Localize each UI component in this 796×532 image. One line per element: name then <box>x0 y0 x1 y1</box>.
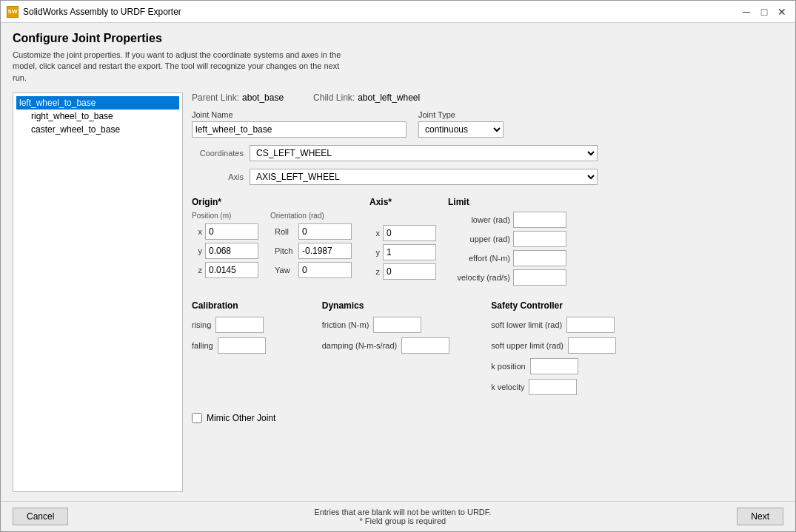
next-button[interactable]: Next <box>737 508 783 525</box>
safety-soft-upper-input[interactable] <box>568 337 616 354</box>
title-bar: SW SolidWorks Assembly to URDF Exporter … <box>1 1 795 23</box>
origin-section: Origin* Position (m) x y <box>192 197 352 287</box>
calib-falling-input[interactable] <box>218 337 266 354</box>
position-subheader: Position (m) <box>192 212 258 220</box>
safety-kposition-input[interactable] <box>530 358 578 374</box>
child-link-item: Child Link: abot_left_wheel <box>313 92 420 103</box>
position-z-label: z <box>192 266 202 275</box>
axis-values-header: Axis* <box>369 197 436 207</box>
orientation-yaw-row: Yaw <box>270 262 352 278</box>
position-group: Position (m) x y z <box>192 212 258 280</box>
parent-link-item: Parent Link: abot_base <box>192 92 284 103</box>
tree-item-label: left_wheel_to_base <box>19 98 96 108</box>
axis-z-row: z <box>369 263 436 280</box>
footer-right: Next <box>737 508 783 525</box>
right-panel: Parent Link: abot_base Child Link: abot_… <box>192 92 783 492</box>
child-link-value: abot_left_wheel <box>358 92 420 103</box>
axis-row: Axis AXIS_LEFT_WHEEL <box>192 169 783 185</box>
footer: Cancel Entries that are blank will not b… <box>1 501 795 531</box>
pitch-input[interactable] <box>298 243 352 259</box>
footer-center: Entries that are blank will not be writt… <box>314 508 491 525</box>
origin-cols: Position (m) x y z <box>192 212 352 280</box>
safety-soft-upper-label: soft upper limit (rad) <box>491 341 563 350</box>
orientation-subheader: Orientation (rad) <box>270 212 352 220</box>
dynamics-damping-row: damping (N-m-s/rad) <box>322 337 449 354</box>
axis-x-input[interactable] <box>383 225 436 241</box>
joint-name-type-row: Joint Name Joint Type continuous revolut… <box>192 110 783 138</box>
limit-lower-input[interactable] <box>513 212 566 228</box>
dynamics-section: Dynamics friction (N-m) damping (N-m-s/r… <box>322 300 449 397</box>
roll-label: Roll <box>275 227 295 236</box>
safety-soft-lower-row: soft lower limit (rad) <box>491 317 616 333</box>
dynamics-header: Dynamics <box>322 300 449 311</box>
roll-input[interactable] <box>298 223 352 240</box>
axis-y-input[interactable] <box>383 244 436 260</box>
axis-spacer <box>369 212 436 223</box>
minimize-button[interactable]: ─ <box>739 5 754 18</box>
content-area: Configure Joint Properties Customize the… <box>1 23 795 501</box>
mimic-label: Mimic Other Joint <box>207 413 275 423</box>
joint-name-input[interactable] <box>192 121 407 138</box>
position-x-input[interactable] <box>205 223 258 240</box>
calib-falling-row: falling <box>192 337 266 354</box>
window-title: SolidWorks Assembly to URDF Exporter <box>23 7 181 17</box>
orientation-group: Orientation (rad) Roll Pitch <box>270 212 352 280</box>
limit-section: Limit lower (rad) upper (rad) effort (N-… <box>448 197 566 287</box>
dynamics-friction-input[interactable] <box>373 317 421 333</box>
axis-select[interactable]: AXIS_LEFT_WHEEL <box>250 169 598 185</box>
safety-section: Safety Controller soft lower limit (rad)… <box>491 300 616 397</box>
mimic-checkbox[interactable] <box>192 413 202 423</box>
tree-panel: left_wheel_to_base right_wheel_to_base c… <box>13 92 183 492</box>
calib-rising-input[interactable] <box>215 317 264 333</box>
safety-soft-upper-row: soft upper limit (rad) <box>491 337 616 354</box>
limit-lower-row: lower (rad) <box>448 212 566 228</box>
tree-item-label: right_wheel_to_base <box>31 111 113 121</box>
joint-type-select[interactable]: continuous revolute prismatic fixed floa… <box>418 121 504 138</box>
limit-effort-input[interactable] <box>513 250 566 266</box>
axis-y-label: y <box>369 248 380 257</box>
limit-velocity-label: velocity (rad/s) <box>457 273 510 282</box>
position-z-row: z <box>192 262 258 278</box>
dynamics-damping-label: damping (N-m-s/rad) <box>322 341 397 350</box>
tree-item-left-wheel[interactable]: left_wheel_to_base <box>16 96 179 110</box>
position-z-input[interactable] <box>205 262 258 278</box>
parent-link-value: abot_base <box>242 92 284 103</box>
dynamics-damping-input[interactable] <box>401 337 449 354</box>
link-row: Parent Link: abot_base Child Link: abot_… <box>192 92 783 103</box>
yaw-input[interactable] <box>298 262 352 278</box>
coordinates-select[interactable]: CS_LEFT_WHEEL <box>250 145 598 161</box>
safety-soft-lower-input[interactable] <box>566 317 615 333</box>
window-controls: ─ □ ✕ <box>739 5 789 18</box>
position-y-row: y <box>192 243 258 259</box>
maximize-button[interactable]: □ <box>757 5 772 18</box>
axis-values-section: Axis* x y z <box>369 197 436 287</box>
page-description: Customize the joint properties. If you w… <box>13 50 346 84</box>
calibration-header: Calibration <box>192 300 266 311</box>
position-x-row: x <box>192 223 258 240</box>
limit-velocity-input[interactable] <box>513 269 566 286</box>
limit-effort-row: effort (N-m) <box>448 250 566 266</box>
calib-rising-label: rising <box>192 320 211 329</box>
safety-kvelocity-input[interactable] <box>529 379 577 395</box>
joint-name-group: Joint Name <box>192 110 407 138</box>
tree-item-caster-wheel[interactable]: caster_wheel_to_base <box>16 123 179 136</box>
limit-velocity-row: velocity (rad/s) <box>448 269 566 286</box>
position-y-input[interactable] <box>205 243 258 259</box>
limit-header: Limit <box>448 197 566 207</box>
joint-type-group: Joint Type continuous revolute prismatic… <box>418 110 504 138</box>
limit-upper-input[interactable] <box>513 231 566 247</box>
coordinates-label: Coordinates <box>192 149 244 158</box>
properties-area: Origin* Position (m) x y <box>192 197 783 287</box>
cancel-button[interactable]: Cancel <box>13 508 68 525</box>
axis-z-input[interactable] <box>383 263 436 280</box>
axis-z-label: z <box>369 267 380 276</box>
app-icon: SW <box>7 6 19 18</box>
tree-item-right-wheel[interactable]: right_wheel_to_base <box>16 110 179 123</box>
dynamics-friction-label: friction (N-m) <box>322 320 369 329</box>
axis-x-row: x <box>369 225 436 241</box>
position-x-label: x <box>192 227 202 236</box>
limit-lower-label: lower (rad) <box>471 215 510 224</box>
safety-kposition-row: k position <box>491 358 616 374</box>
main-area: left_wheel_to_base right_wheel_to_base c… <box>13 92 783 492</box>
close-button[interactable]: ✕ <box>775 5 789 18</box>
